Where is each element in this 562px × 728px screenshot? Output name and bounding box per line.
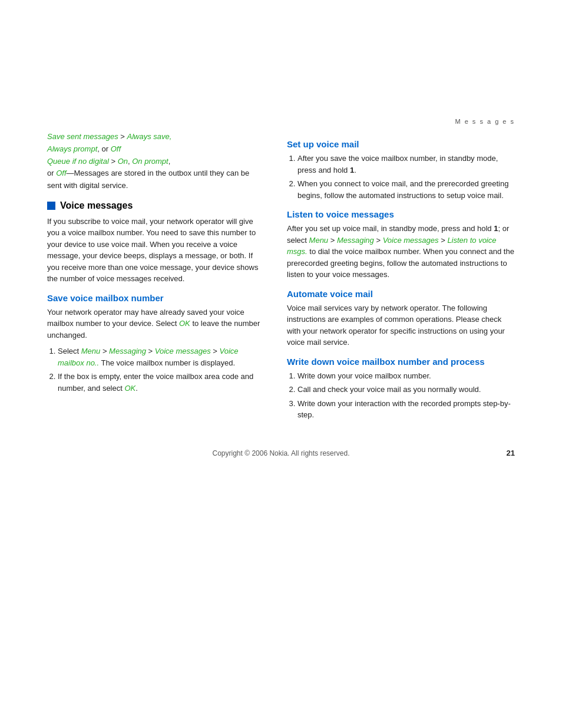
arrow2: > [109,157,118,166]
voice-messages-body: If you subscribe to voice mail, your net… [47,216,263,285]
always-save-link: Always save, [127,132,172,141]
comma3: , [168,157,171,166]
listen-body: After you set up voice mail, in standby … [287,223,515,281]
voice-messages-header: Voice messages [47,200,263,211]
on-prompt-link: On prompt [132,157,168,166]
off-link2: Off [56,169,66,177]
messaging-link1: Messaging [109,347,146,355]
arrow1: > [118,132,127,141]
set-up-voice-mail-heading: Set up voice mail [287,139,515,149]
section-title: M e s s a g e s [455,118,515,125]
voice-messages-link1: Voice messages [155,347,211,355]
on-link: On [118,157,128,166]
listen-to-voice-messages-heading: Listen to voice messages [287,209,515,219]
ok-link-inline: OK [179,319,190,328]
write-down-heading: Write down voice mailbox number and proc… [287,357,515,367]
setup-step-1: After you save the voice mailbox number,… [297,153,515,176]
automate-body: Voice mail services vary by network oper… [287,302,515,348]
off-link1: Off [111,144,121,153]
copyright-text: Copyright © 2006 Nokia. All rights reser… [213,449,350,457]
set-up-steps: After you save the voice mailbox number,… [297,153,515,201]
save-voice-mailbox-heading: Save voice mailbox number [47,293,263,303]
or-off-text: or [47,169,56,177]
voice-messages-title: Voice messages [60,200,133,211]
messages-stored-text: —Messages are stored in the outbox until… [47,169,249,190]
always-prompt-link: Always prompt [47,144,97,153]
top-green-links: Save sent messages > Always save, Always… [47,131,263,192]
messaging-link2: Messaging [337,236,374,245]
save-voice-mailbox-steps: Select Menu > Messaging > Voice messages… [58,345,263,394]
page-header: M e s s a g e s [0,0,562,131]
save-voice-mailbox-body: Your network operator may have already s… [47,307,263,341]
page: M e s s a g e s Save sent messages > Alw… [0,0,562,728]
write-step-1: Write down your voice mailbox number. [297,370,515,382]
write-down-steps: Write down your voice mailbox number. Ca… [297,370,515,421]
right-column: Set up voice mail After you save the voi… [281,131,515,426]
ok-link2: OK [124,384,135,393]
voice-messages-link2: Voice messages [383,236,439,245]
number-1-bold: 1 [350,166,354,174]
queue-no-digital-link: Queue if no digital [47,157,109,166]
blue-square-icon [47,202,55,210]
automate-voice-mail-heading: Automate voice mail [287,289,515,299]
comma-or: , or [97,144,110,153]
write-step-3: Write down your interaction with the rec… [297,398,515,421]
save-step-1: Select Menu > Messaging > Voice messages… [58,345,263,368]
number-1-bold2: 1 [494,224,498,233]
page-number: 21 [507,449,515,457]
menu-link1: Menu [81,347,101,355]
setup-step-2: When you connect to voice mail, and the … [297,178,515,201]
write-step-2: Call and check your voice mail as you no… [297,384,515,396]
save-step-2: If the box is empty, enter the voice mai… [58,371,263,394]
menu-link2: Menu [309,236,329,245]
save-sent-link: Save sent messages [47,132,118,141]
left-column: Save sent messages > Always save, Always… [47,131,281,426]
footer: Copyright © 2006 Nokia. All rights reser… [0,426,562,469]
content-area: Save sent messages > Always save, Always… [0,131,562,426]
